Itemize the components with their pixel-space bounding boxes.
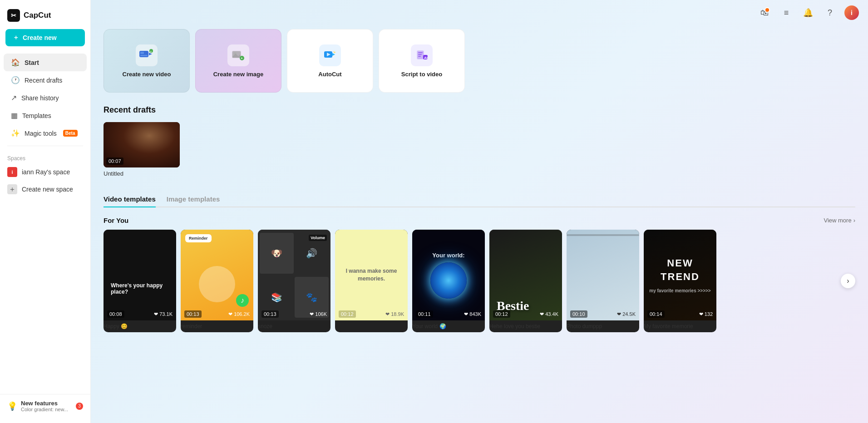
new-features-bar[interactable]: 💡 New features Color gradient: new... 3 [0, 394, 90, 418]
quick-actions: + Create new video + Create new [104, 29, 855, 93]
app-logo: ✂ CapCut [0, 5, 90, 29]
cart-icon[interactable]: 🛍 [757, 5, 772, 20]
script-to-video-label: Script to video [401, 71, 442, 78]
new-features-label: New features [21, 400, 68, 407]
template-card-happy[interactable]: Where's your happy place? 00:08 ❤ 73.1K … [104, 230, 176, 332]
for-you-header: For You View more › [104, 216, 855, 224]
sidebar-space-iann[interactable]: i iann Ray's space [0, 163, 90, 181]
template-card-new-trend[interactable]: new TREND my favorite memories >>>>> 00:… [644, 230, 716, 332]
create-image-label: Create new image [213, 71, 264, 78]
create-new-button[interactable]: ＋ Create new [5, 29, 85, 46]
templates-container: Where's your happy place? 00:08 ❤ 73.1K … [104, 230, 855, 332]
space-avatar: i [7, 167, 17, 177]
recent-drafts-title: Recent drafts [104, 105, 855, 115]
user-avatar[interactable]: i [844, 5, 859, 20]
svg-marker-3 [149, 53, 152, 55]
tab-video-templates[interactable]: Video templates [104, 192, 156, 207]
sidebar-item-share-history[interactable]: ↗ Share history [4, 89, 87, 107]
sidebar-divider [7, 146, 83, 146]
recent-drafts-section: Recent drafts 00:07 Untitled [104, 105, 855, 177]
draft-duration: 00:07 [106, 157, 123, 165]
template-card-your-world[interactable]: Your world: 00:11 ❤ 843K Your world 🌍 [412, 230, 485, 332]
sidebar-create-space[interactable]: ＋ Create new space [0, 181, 90, 198]
new-features-badge: 3 [76, 403, 83, 410]
carousel-next-button[interactable]: › [841, 274, 855, 288]
template-card-photo-dump[interactable]: 00:10 ❤ 24.5K Photo dumppp [567, 230, 639, 332]
app-name: CapCut [24, 11, 51, 20]
svg-rect-1 [140, 52, 144, 54]
image-card-icon: + [227, 44, 249, 66]
svg-rect-17 [418, 56, 421, 57]
template-card-bestie[interactable]: Bestie 00:12 ❤ 43.4K Hehe love you besti… [489, 230, 562, 332]
sidebar: ✂ CapCut ＋ Create new 🏠 Start 🕐 Recent d… [0, 0, 91, 423]
sidebar-item-recent-drafts[interactable]: 🕐 Recent drafts [4, 71, 87, 89]
draft-title: Untitled [104, 170, 180, 177]
draft-card[interactable]: 00:07 Untitled [104, 122, 180, 177]
autocut-icon [319, 44, 341, 66]
create-image-card[interactable]: + Create new image [195, 29, 281, 93]
spaces-label: Spaces [0, 150, 90, 163]
plus-icon: ＋ [13, 34, 19, 42]
template-card-reminder[interactable]: Reminder ♪ 00:13 ❤ 106.2K reminder [181, 230, 253, 332]
content-wrapper: + Create new video + Create new [104, 29, 855, 332]
tab-image-templates[interactable]: Image templates [167, 192, 220, 207]
home-icon: 🏠 [11, 58, 20, 67]
logo-icon: ✂ [7, 9, 20, 22]
script-to-video-card[interactable]: AI Script to video [379, 29, 465, 93]
template-icon: ▦ [11, 111, 18, 120]
notification-icon[interactable]: 🔔 [801, 5, 815, 20]
main-content: 🛍 ≡ 🔔 ? i + Create new video [91, 0, 868, 423]
svg-text:+: + [150, 50, 152, 53]
create-video-label: Create new video [123, 71, 171, 78]
autocut-card[interactable]: AutoCut [287, 29, 373, 93]
template-card-snoze[interactable]: 🐶 🔊 Volume 📚 🐾 00:13 ❤ 106K [258, 230, 330, 332]
menu-icon[interactable]: ≡ [779, 5, 794, 20]
svg-text:AI: AI [424, 56, 428, 60]
template-card-memories[interactable]: I wanna make some memories. 00:12 ❤ 18.9… [335, 230, 408, 332]
magic-icon: ✨ [11, 129, 20, 138]
beta-badge: Beta [63, 130, 78, 137]
chevron-right-icon: › [853, 217, 855, 224]
create-video-card[interactable]: + Create new video [104, 29, 190, 93]
draft-thumbnail: 00:07 [104, 122, 180, 167]
templates-row: Where's your happy place? 00:08 ❤ 73.1K … [104, 230, 855, 332]
svg-rect-15 [418, 52, 423, 53]
bulb-icon: 💡 [7, 401, 17, 411]
video-card-icon: + [136, 44, 158, 66]
sidebar-item-templates[interactable]: ▦ Templates [4, 107, 87, 124]
share-icon: ↗ [11, 93, 17, 102]
svg-rect-16 [418, 54, 422, 55]
svg-rect-2 [140, 55, 148, 56]
top-bar: 🛍 ≡ 🔔 ? i [91, 0, 868, 25]
sidebar-item-start[interactable]: 🏠 Start [4, 54, 87, 71]
new-features-sub: Color gradient: new... [21, 407, 68, 412]
clock-icon: 🕐 [11, 76, 20, 84]
script-icon: AI [411, 44, 433, 66]
autocut-label: AutoCut [318, 71, 341, 78]
template-tabs: Video templates Image templates [104, 192, 855, 207]
for-you-title: For You [104, 216, 128, 224]
add-space-icon: ＋ [7, 184, 17, 194]
help-icon[interactable]: ? [823, 5, 837, 20]
view-more-button[interactable]: View more › [824, 217, 855, 224]
svg-text:+: + [241, 57, 243, 60]
drafts-grid: 00:07 Untitled [104, 122, 855, 177]
sidebar-item-magic-tools[interactable]: ✨ Magic tools Beta [4, 124, 87, 142]
